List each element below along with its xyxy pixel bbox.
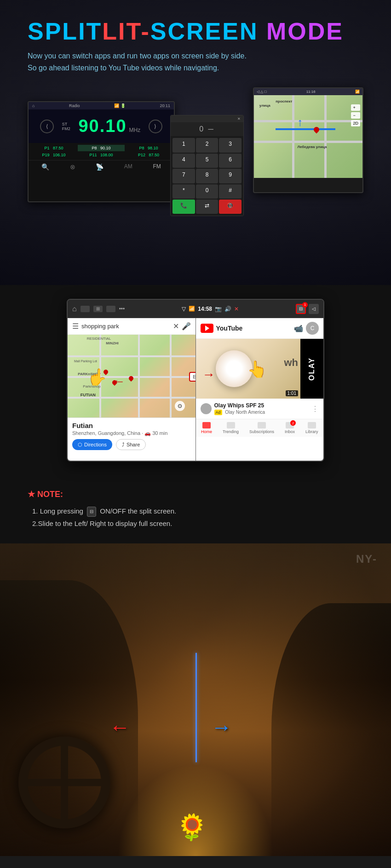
radio-link-icon[interactable]: ⊗ [70, 163, 75, 171]
yt-sponsor-name: Olay North America [225, 410, 265, 415]
road-v2 [324, 95, 327, 178]
maps-search-input[interactable]: shopping park [81, 323, 170, 330]
split-icon-indicator: ⊟ [193, 374, 195, 380]
radio-search-icon[interactable]: 🔍 [41, 163, 49, 171]
map-zoom-out[interactable]: − [351, 112, 360, 119]
map-compass[interactable]: ⊙ [175, 401, 185, 411]
radio-frequency: 90.10 [78, 116, 126, 136]
apps-btn[interactable] [80, 306, 90, 312]
yt-header-actions: 📹 C [294, 322, 319, 335]
phone-header: ✕ [171, 115, 243, 122]
hand-pointer-right: 👆 [247, 360, 267, 379]
voice-search-icon[interactable]: 🎤 [182, 322, 191, 331]
title-lit: LIT [102, 18, 141, 45]
wifi-icon: ▽ [182, 306, 186, 312]
arrow-right-red: → [202, 367, 215, 382]
phone-key-2[interactable]: 2 [196, 138, 218, 152]
futian-label: FUTIAN [80, 393, 96, 397]
note-item-1: 1. Long pressing ⊟ ON/OFF the split scre… [28, 505, 363, 517]
map-controls: + − 2D [351, 104, 360, 126]
radio-controls: 🔍 ⊗ 📡 AM FM [29, 160, 174, 173]
subtitle-line1: Now you can switch apps and run two apps… [28, 52, 247, 60]
phone-key-star[interactable]: * [172, 184, 195, 199]
split-toggle-btn[interactable]: ⊟ 1 [296, 304, 306, 314]
phone-key-7[interactable]: 7 [172, 169, 195, 183]
grid-btn[interactable] [106, 306, 115, 312]
inbox-icon-wrapper: 2 [286, 422, 294, 428]
phone-display: ✕ 0 ─ 1 2 3 4 5 6 7 8 9 * 0 # [171, 115, 243, 216]
yt-bottom-nav: Home Trending Subscriptions 2 [196, 419, 324, 437]
phone-swap-btn[interactable]: ⇄ [196, 200, 218, 214]
subtitle-line2: So go ahead listening to You Tube videos… [28, 64, 219, 72]
phone-key-0[interactable]: 0 [196, 184, 218, 199]
split-screens-container: ⌂ ⊞ ••• ▽ 📶 14:58 📷 🔊 ✕ ⊟ 1 [67, 299, 324, 462]
yt-nav-inbox[interactable]: 2 Inbox [285, 422, 295, 434]
split-indicator-left: ⊟ 2 [189, 372, 195, 382]
split-top-bar: ⌂ ⊞ ••• ▽ 📶 14:58 📷 🔊 ✕ ⊟ 1 [68, 300, 323, 318]
car-arrow-blue-right: → [211, 715, 232, 739]
phone-key-3[interactable]: 3 [219, 138, 242, 152]
directions-button[interactable]: ⬡ Directions [72, 439, 112, 450]
radio-time: 20:11 [160, 103, 170, 108]
map-2d-btn[interactable]: 2D [351, 120, 360, 126]
yt-nav-home[interactable]: Home [201, 422, 212, 434]
phone-call-btn[interactable]: 📞 [172, 200, 195, 214]
title-space [259, 18, 266, 45]
yt-brand-overlay: OLAY [300, 339, 323, 399]
nav-buttons-area: ⊟ 1 ◁ [296, 304, 319, 314]
yt-nav-trending-label: Trending [223, 429, 239, 434]
split-badge: 1 [302, 302, 308, 308]
preset-87-50b[interactable]: P12 87.50 [125, 152, 172, 158]
preset-90-10[interactable]: P8 90.10 [78, 145, 125, 151]
maps-menu-icon[interactable]: ☰ [72, 322, 79, 331]
time-display: 14:58 [198, 306, 212, 312]
phone-key-8[interactable]: 8 [196, 169, 218, 183]
yt-nav-subscriptions[interactable]: Subscriptions [249, 422, 274, 434]
close-icon[interactable]: ✕ [234, 306, 239, 312]
steering-wheel [18, 737, 110, 828]
yt-more-btn[interactable]: ⋮ [311, 405, 319, 413]
maps-panel: ☰ shopping park ✕ 🎤 MINZHI RESIDEN [68, 318, 196, 461]
yt-video-cam-icon[interactable]: 📹 [294, 324, 303, 333]
preset-98-10[interactable]: P8 98.10 [125, 145, 172, 151]
radio-next-btn[interactable]: ⟩ [149, 120, 162, 133]
road-v1 [292, 95, 294, 178]
subtitle: Now you can switch apps and run two apps… [28, 50, 363, 74]
phone-key-1[interactable]: 1 [172, 138, 195, 152]
preset-87-50[interactable]: P1 87.50 [30, 145, 77, 151]
phone-key-5[interactable]: 5 [196, 154, 218, 168]
yt-nav-library[interactable]: Library [305, 422, 318, 434]
preset-106-10[interactable]: P19 106.10 [30, 152, 77, 158]
maps-search-bar: ☰ shopping park ✕ 🎤 [68, 318, 196, 335]
dots-menu[interactable]: ••• [119, 306, 125, 312]
sunflower: 🌻 [176, 812, 208, 842]
home-nav-icon [202, 422, 211, 428]
note-split-icon: ⊟ [87, 507, 96, 517]
phone-key-4[interactable]: 4 [172, 154, 195, 168]
nav-header: ◁ △ □ 11:16 📶 [254, 88, 362, 95]
map-zoom-in[interactable]: + [351, 104, 360, 111]
yt-video-details: Olay Whips SPF 25 Ad Olay North America [214, 402, 312, 415]
share-icon: ⤴ [122, 442, 125, 447]
play-triangle [205, 326, 209, 331]
place-name: Futian [72, 422, 191, 429]
yt-nav-trending[interactable]: Trending [223, 422, 239, 434]
trending-nav-icon [227, 422, 235, 428]
yt-brand-text: OLAY [308, 357, 316, 381]
phone-end-btn[interactable]: 📵 [219, 200, 242, 214]
notes-section: ★ NOTE: 1. Long pressing ⊟ ON/OFF the sp… [0, 475, 391, 543]
search-clear-icon[interactable]: ✕ [173, 322, 179, 331]
yt-avatar[interactable]: C [306, 322, 319, 335]
radio-prev-btn[interactable]: ⟨ [40, 120, 54, 133]
route-line [276, 128, 335, 130]
back-btn[interactable]: ◁ [309, 304, 319, 314]
preset-108-00[interactable]: P11 108.00 [78, 152, 125, 158]
phone-key-hash[interactable]: # [219, 184, 242, 199]
phone-key-9[interactable]: 9 [219, 169, 242, 183]
phone-key-6[interactable]: 6 [219, 154, 242, 168]
map-actions: ⬡ Directions ⤴ Share [72, 439, 191, 450]
youtube-logo-text: YouTube [216, 325, 243, 332]
home-btn[interactable]: ⌂ [72, 305, 77, 313]
menu-btn[interactable]: ⊞ [93, 306, 103, 312]
share-button[interactable]: ⤴ Share [116, 439, 146, 450]
